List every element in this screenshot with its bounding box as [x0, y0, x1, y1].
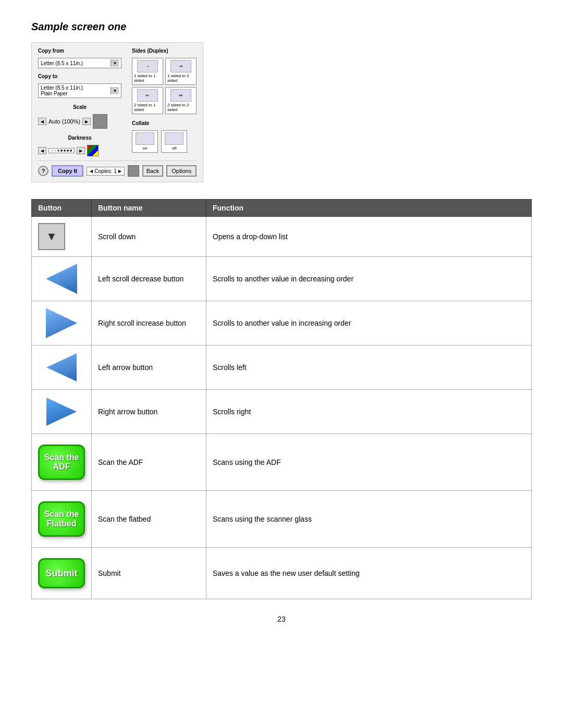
- duplex-label-2-to-2: 2 sided to 2 sided: [167, 103, 194, 112]
- table-row: Left scroll decrease button Scrolls to a…: [32, 257, 532, 301]
- copy-to-value: Letter (8.5 x 11in.): [41, 85, 83, 91]
- collate-row: on off: [132, 130, 197, 153]
- function-cell-right-arrow: Scrolls right: [206, 390, 532, 434]
- darkness-row: ◀ ▶: [38, 145, 121, 156]
- mockup-bottom-bar: ? Copy It ◀ Copies: 1 ▶ Back Options: [38, 161, 197, 177]
- scale-increase-btn[interactable]: ▶: [82, 118, 91, 125]
- color-icon: [87, 145, 99, 156]
- function-cell-increase: Scrolls to another value in increasing o…: [206, 301, 532, 346]
- button-name-cell-left-arrow: Left arrow button: [92, 346, 206, 390]
- copy-to-sub: Plain Paper: [41, 91, 83, 96]
- copy-to-label: Copy to: [38, 73, 121, 79]
- dot2: [54, 150, 56, 152]
- table-row: Right arrow button Scrolls right: [32, 390, 532, 434]
- scroll-down-button[interactable]: ▼: [38, 223, 65, 250]
- collate-on-icon: [136, 132, 154, 145]
- scan-flatbed-line2: Flatbed: [47, 519, 77, 528]
- table-row: Scan the Flatbed Scan the flatbed Scans …: [32, 491, 532, 548]
- submit-button[interactable]: Submit: [38, 558, 85, 588]
- scale-row: ◀ Auto (100%) ▶: [38, 114, 121, 129]
- left-arrow-button[interactable]: [46, 353, 77, 381]
- table-row: Left arrow button Scrolls left: [32, 346, 532, 390]
- copy-from-arrow[interactable]: ▼: [111, 59, 119, 67]
- back-button[interactable]: Back: [142, 165, 163, 177]
- mockup-right-panel: Sides (Duplex) → 1 sided to 1 sided ⇒ 1 …: [132, 48, 197, 156]
- collate-off-icon: [165, 132, 183, 145]
- duplex-grid: → 1 sided to 1 sided ⇒ 1 sided to 2 side…: [132, 58, 197, 114]
- function-cell-scroll-down: Opens a drop-down list: [206, 217, 532, 257]
- button-name-cell-scroll-down: Scroll down: [92, 217, 206, 257]
- duplex-btn-2-to-1[interactable]: ⇐ 2 sided to 1 sided: [132, 87, 163, 114]
- collate-off-label: off: [172, 146, 177, 151]
- scale-decrease-btn[interactable]: ◀: [38, 118, 46, 125]
- function-cell-left-arrow: Scrolls left: [206, 346, 532, 390]
- copy-from-label: Copy from: [38, 48, 121, 54]
- options-button[interactable]: Options: [166, 165, 197, 177]
- scale-label: Scale: [38, 104, 121, 110]
- button-name-cell-decrease: Left scroll decrease button: [92, 257, 206, 301]
- button-cell-scan-flatbed: Scan the Flatbed: [32, 491, 92, 548]
- button-cell-increase: [32, 301, 92, 346]
- button-cell-submit: Submit: [32, 548, 92, 599]
- duplex-label-1-to-2: 1 sided to 2 sided: [167, 73, 194, 83]
- copy-it-button[interactable]: Copy It: [52, 165, 83, 177]
- duplex-btn-1-to-2[interactable]: ⇒ 1 sided to 2 sided: [165, 58, 197, 85]
- table-row: ▼ Scroll down Opens a drop-down list: [32, 217, 532, 257]
- copy-to-select[interactable]: Letter (8.5 x 11in.) Plain Paper ▼: [38, 83, 121, 98]
- help-button[interactable]: ?: [38, 166, 48, 176]
- mockup-left-panel: Copy from Letter (8.5 x 11in.) ▼ Copy to…: [38, 48, 121, 156]
- button-cell-left-arrow: [32, 346, 92, 390]
- copies-row: ◀ Copies: 1 ▶: [87, 167, 124, 176]
- collate-on-btn[interactable]: on: [132, 130, 158, 153]
- right-arrow-button[interactable]: [46, 398, 77, 426]
- sides-label: Sides (Duplex): [132, 48, 197, 54]
- table-row: Submit Submit Saves a value as the new u…: [32, 548, 532, 599]
- col-header-function: Function: [206, 200, 532, 217]
- duplex-icon-2-to-1: ⇐: [137, 89, 158, 102]
- scan-adf-line2: ADF: [53, 462, 70, 472]
- duplex-icon-1-to-2: ⇒: [170, 60, 191, 72]
- increase-button[interactable]: [46, 308, 77, 338]
- table-row: Scan the ADF Scan the ADF Scans using th…: [32, 434, 532, 491]
- darkness-increase-btn[interactable]: ▶: [77, 147, 85, 154]
- col-header-button-name: Button name: [92, 200, 206, 217]
- dot7: [70, 150, 72, 152]
- dot5: [64, 150, 66, 152]
- darkness-label: Darkness: [38, 135, 121, 141]
- collate-off-btn[interactable]: off: [161, 130, 187, 153]
- copies-left-arrow[interactable]: ◀: [90, 169, 93, 174]
- scan-flatbed-button[interactable]: Scan the Flatbed: [38, 501, 85, 537]
- collate-label: Collate: [132, 120, 197, 126]
- col-header-button: Button: [32, 200, 92, 217]
- button-cell-right-arrow: [32, 390, 92, 434]
- page-number: 23: [31, 615, 532, 623]
- button-name-cell-right-arrow: Right arrow button: [92, 390, 206, 434]
- button-cell-scroll-down: ▼: [32, 217, 92, 257]
- dot6: [67, 150, 69, 152]
- button-cell-decrease: [32, 257, 92, 301]
- dot1: [51, 150, 53, 152]
- submit-label: Submit: [46, 568, 78, 579]
- darkness-decrease-btn[interactable]: ◀: [38, 147, 46, 154]
- duplex-btn-2-to-2[interactable]: ⇔ 2 sided to 2 sided: [165, 87, 197, 114]
- scan-adf-button[interactable]: Scan the ADF: [38, 445, 85, 480]
- button-name-cell-scan-flatbed: Scan the flatbed: [92, 491, 206, 548]
- copies-label: Copies:: [94, 168, 112, 174]
- mockup-small-icon: [128, 165, 139, 177]
- button-name-cell-scan-adf: Scan the ADF: [92, 434, 206, 491]
- page-title: Sample screen one: [31, 21, 532, 33]
- duplex-btn-1-to-1[interactable]: → 1 sided to 1 sided: [132, 58, 163, 85]
- function-cell-scan-adf: Scans using the ADF: [206, 434, 532, 491]
- scan-adf-line1: Scan the: [44, 453, 79, 462]
- darkness-bar: [48, 148, 75, 153]
- copy-to-arrow[interactable]: ▼: [111, 87, 119, 94]
- reference-table: Button Button name Function ▼ Scroll dow…: [31, 199, 532, 599]
- function-cell-decrease: Scrolls to another value in decreasing o…: [206, 257, 532, 301]
- function-cell-submit: Saves a value as the new user default se…: [206, 548, 532, 599]
- copy-from-select[interactable]: Letter (8.5 x 11in.) ▼: [38, 58, 121, 68]
- function-cell-scan-flatbed: Scans using the scanner glass: [206, 491, 532, 548]
- scale-preview-icon: [93, 114, 107, 129]
- decrease-button[interactable]: [46, 264, 77, 294]
- copies-right-arrow[interactable]: ▶: [118, 169, 121, 174]
- duplex-icon-2-to-2: ⇔: [170, 89, 191, 102]
